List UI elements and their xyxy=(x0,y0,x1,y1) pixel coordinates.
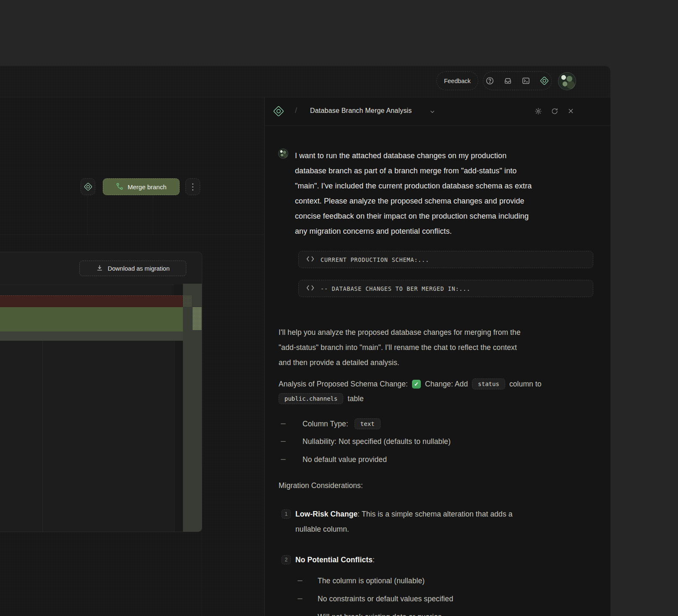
inline-code-table: public.channels xyxy=(279,393,343,404)
screen: Feedback xyxy=(0,0,678,616)
sub-bullet: Will not break existing data or queries xyxy=(297,609,442,616)
minimap-removed-marker xyxy=(183,295,192,307)
code-icon xyxy=(306,256,314,264)
branch-more-menu-button[interactable] xyxy=(185,178,200,195)
sub-bullet: No constraints or default values specifi… xyxy=(297,591,453,606)
assistant-intro: I'll help you analyze the proposed datab… xyxy=(279,325,521,370)
feedback-button[interactable]: Feedback xyxy=(436,71,478,90)
attachment-changes-chip[interactable]: -- DATABASE CHANGES TO BER MERGED IN:... xyxy=(298,280,593,297)
bullet-dash-icon xyxy=(281,423,286,425)
download-label: Download as migration xyxy=(108,265,170,272)
considerations-heading: Migration Considerations: xyxy=(279,478,363,493)
terminal-icon[interactable] xyxy=(522,76,530,85)
chat-scroll-area[interactable]: I want to run the attached database chan… xyxy=(265,126,610,616)
bullet-text: Nullability: Not specified (defaults to … xyxy=(302,434,451,449)
item-rest: : This is a simple schema alteration tha… xyxy=(357,510,512,518)
assistant-open-button[interactable] xyxy=(81,178,95,195)
inline-code-status: status xyxy=(472,378,505,389)
item-line2: nullable column. xyxy=(295,522,513,537)
breadcrumb-slash: / xyxy=(295,106,297,115)
attachment-label: -- DATABASE CHANGES TO BER MERGED IN:... xyxy=(321,285,470,292)
branch-page: Merge branch Download as migration xyxy=(0,97,264,616)
bullet-dash-icon xyxy=(297,598,302,600)
analysis-column-to: column to xyxy=(509,376,542,392)
branch-merge-icon xyxy=(116,183,123,191)
analysis-prefix: Analysis of Proposed Schema Change: xyxy=(279,376,408,392)
assistant-intro-line: "add-status" branch into "main". I'll re… xyxy=(279,340,521,355)
bullet-column-type: Column Type: text xyxy=(281,416,381,431)
analysis-change-add: Change: Add xyxy=(425,376,468,392)
message-user-avatar xyxy=(278,149,288,159)
sub-bullet-text: No constraints or default values specifi… xyxy=(318,591,453,606)
user-message-line: concise feedback on their impact on the … xyxy=(295,209,532,224)
migration-diff-card: Download as migration xyxy=(0,252,202,532)
user-message-line: "main". I've included the current produc… xyxy=(295,178,532,193)
diff-removed-line xyxy=(0,295,183,307)
item-rest: : xyxy=(373,556,375,564)
bullet-nullability: Nullability: Not specified (defaults to … xyxy=(281,434,451,449)
user-avatar[interactable] xyxy=(558,72,576,90)
inline-code-text-type: text xyxy=(355,418,381,429)
editor-column-line xyxy=(174,341,175,532)
merge-branch-label: Merge branch xyxy=(128,183,167,191)
app-header: Feedback xyxy=(0,66,610,97)
attachment-schema-chip[interactable]: CURRENT PRODUCTION SCHEMA:... xyxy=(298,251,593,268)
list-number-badge: 2 xyxy=(282,555,291,564)
assistant-panel-header: / Database Branch Merge Analysis xyxy=(265,97,610,126)
numbered-item-low-risk: Low-Risk Change: This is a simple schema… xyxy=(295,506,513,537)
analysis-table-word: table xyxy=(347,391,363,406)
inbox-icon[interactable] xyxy=(503,76,512,85)
bullet-dash-icon xyxy=(281,441,286,442)
attachment-label: CURRENT PRODUCTION SCHEMA:... xyxy=(321,256,429,263)
item-bold: Low-Risk Change xyxy=(295,510,357,518)
assistant-intro-line: I'll help you analyze the proposed datab… xyxy=(279,325,521,340)
grid-line xyxy=(87,195,88,235)
app-window: Feedback xyxy=(0,66,610,616)
bullet-no-default: No default value provided xyxy=(281,452,387,467)
help-icon[interactable] xyxy=(485,76,494,85)
editor-top-border xyxy=(0,285,202,285)
user-message: I want to run the attached database chan… xyxy=(295,148,532,239)
diff-context-line xyxy=(0,331,202,341)
diff-added-lines xyxy=(0,307,183,331)
bullet-dash-icon xyxy=(281,459,286,460)
user-message-line: context. Please analyze the proposed sch… xyxy=(295,193,532,209)
user-message-line: any migration concerns and potential con… xyxy=(295,224,532,239)
download-migration-button[interactable]: Download as migration xyxy=(79,261,186,276)
bullet-dash-icon xyxy=(297,580,302,582)
check-emoji: ✓ xyxy=(412,380,421,389)
download-icon xyxy=(96,264,103,273)
bullet-text: No default value provided xyxy=(302,452,387,467)
numbered-item-no-conflicts: No Potential Conflicts: xyxy=(295,552,375,567)
item-bold: No Potential Conflicts xyxy=(295,556,373,564)
analysis-line-1: Analysis of Proposed Schema Change: ✓ Ch… xyxy=(279,376,542,392)
code-icon xyxy=(306,285,314,292)
chevron-down-icon[interactable] xyxy=(429,109,435,117)
user-message-line: I want to run the attached database chan… xyxy=(295,148,532,163)
minimap-added-marker xyxy=(193,307,202,330)
sub-bullet-text: Will not break existing data or queries xyxy=(318,609,442,616)
list-number-badge: 1 xyxy=(282,509,291,519)
assistant-icon[interactable] xyxy=(540,76,549,86)
grid-line xyxy=(153,195,153,235)
editor-column-line xyxy=(42,341,43,532)
assistant-icon xyxy=(272,105,285,119)
close-icon[interactable] xyxy=(567,107,574,117)
sub-bullet: The column is optional (nullable) xyxy=(297,573,425,588)
settings-gear-icon[interactable] xyxy=(535,107,542,117)
assistant-panel: / Database Branch Merge Analysis xyxy=(264,97,610,616)
merge-branch-button[interactable]: Merge branch xyxy=(103,178,180,195)
section-divider xyxy=(0,235,264,235)
bullet-label: Column Type: xyxy=(302,416,348,431)
analysis-line-2: public.channels table xyxy=(279,391,364,406)
header-icon-group xyxy=(483,71,552,90)
assistant-intro-line: and then provide a detailed analysis. xyxy=(279,355,521,370)
grid-line xyxy=(201,466,202,616)
chat-title[interactable]: Database Branch Merge Analysis xyxy=(310,107,412,115)
refresh-icon[interactable] xyxy=(551,107,558,117)
user-message-line: database branch as part of a branch merg… xyxy=(295,163,532,178)
sub-bullet-text: The column is optional (nullable) xyxy=(318,573,425,588)
